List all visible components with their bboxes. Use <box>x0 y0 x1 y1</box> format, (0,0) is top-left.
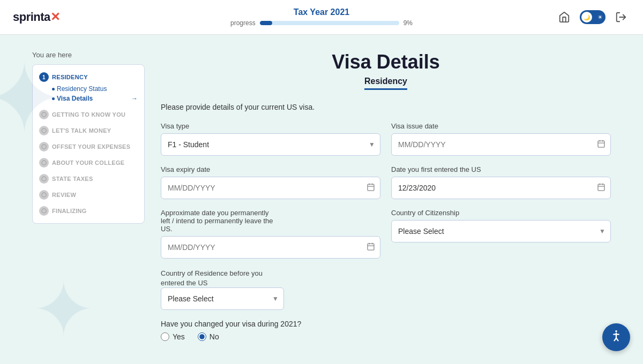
sidebar-review-title[interactable]: REVIEW <box>39 190 138 200</box>
sidebar-section-getting: GETTING TO KNOW YOU <box>39 110 138 119</box>
visa-expiry-group: Visa expiry date <box>161 165 380 199</box>
visa-issue-date-group: Visa issue date <box>391 122 611 156</box>
progress-bar-bg <box>260 21 399 25</box>
svg-point-5 <box>42 177 46 181</box>
svg-point-7 <box>42 209 46 213</box>
sidebar-num-6 <box>39 174 49 184</box>
you-are-here-label: You are here <box>32 51 145 59</box>
sidebar-section-college: ABOUT YOUR COLLEGE <box>39 158 138 168</box>
sidebar-finalizing-title[interactable]: FINALIZING <box>39 206 138 216</box>
sidebar-section-state: STATE TAXES <box>39 174 138 184</box>
perm-leave-wrapper <box>161 236 380 259</box>
citizenship-group: Country of Citizenship Please Select ▼ <box>391 209 611 259</box>
changed-visa-no-label[interactable]: No <box>198 332 219 341</box>
sidebar-getting-title[interactable]: GETTING TO KNOW YOU <box>39 110 138 119</box>
form-intro: Please provide details of your current U… <box>161 103 611 111</box>
sidebar-money-title[interactable]: LET'S TALK MONEY <box>39 126 138 135</box>
arrow-icon: → <box>131 95 138 102</box>
svg-line-28 <box>616 338 618 341</box>
sidebar-sub-residency-status[interactable]: Residency Status <box>52 84 138 94</box>
progress-row: progress 9% <box>230 19 413 27</box>
sidebar-residency-title[interactable]: 1 RESIDENCY <box>39 72 138 82</box>
toggle-knob: 🌙 <box>581 12 592 22</box>
sidebar-offset-title[interactable]: OFFSET YOUR EXPENSES <box>39 142 138 151</box>
header: sprinta✕ Tax Year 2021 progress 9% 🌙 ☀ <box>0 0 643 35</box>
svg-point-2 <box>42 128 46 133</box>
residence-label: Country of Residence before you entered … <box>161 269 263 287</box>
perm-leave-group: Approximate date you permanently left / … <box>161 209 380 259</box>
sidebar-num-5 <box>39 158 49 168</box>
form-row-3: Approximate date you permanently left / … <box>161 209 611 259</box>
changed-visa-yes-label[interactable]: Yes <box>161 332 185 341</box>
visa-expiry-input[interactable] <box>161 177 380 199</box>
header-icons: 🌙 ☀ <box>555 8 630 26</box>
residence-group: Country of Residence before you entered … <box>161 268 611 310</box>
sidebar-num-4 <box>39 142 49 151</box>
progress-percent: 9% <box>403 19 413 27</box>
form-row-1: Visa type F1 - Student J1 - Exchange Vis… <box>161 122 611 156</box>
residence-select-wrapper: Please Select ▼ <box>161 287 284 310</box>
changed-visa-section: Have you changed your visa during 2021? … <box>161 320 611 341</box>
changed-visa-yes-radio[interactable] <box>161 332 169 341</box>
visa-issue-date-label: Visa issue date <box>391 122 611 130</box>
changed-visa-radio-group: Yes No <box>161 332 611 341</box>
accessibility-icon <box>609 328 624 346</box>
sidebar-state-title[interactable]: STATE TAXES <box>39 174 138 184</box>
citizenship-label: Country of Citizenship <box>391 209 611 217</box>
citizenship-select-wrapper: Please Select ▼ <box>391 220 611 242</box>
dot-icon <box>52 88 55 90</box>
sidebar-residency-label: RESIDENCY <box>52 74 88 80</box>
sidebar-section-money: LET'S TALK MONEY <box>39 126 138 135</box>
changed-visa-question: Have you changed your visa during 2021? <box>161 320 611 328</box>
sidebar-section-offset: OFFSET YOUR EXPENSES <box>39 142 138 151</box>
changed-visa-no-radio[interactable] <box>198 332 206 341</box>
help-button[interactable] <box>602 323 630 351</box>
svg-point-6 <box>42 193 46 197</box>
sidebar-num-7 <box>39 190 49 200</box>
sidebar-num-3 <box>39 126 49 135</box>
residence-select[interactable]: Please Select <box>161 287 284 310</box>
citizenship-select[interactable]: Please Select <box>391 220 611 242</box>
progress-label: progress <box>230 19 256 27</box>
visa-issue-date-wrapper <box>391 133 611 156</box>
form-area: Please provide details of your current U… <box>161 103 611 341</box>
first-entered-us-label: Date you first entered the US <box>391 165 611 173</box>
sidebar-sub-residency: Residency Status Visa Details → <box>52 84 138 103</box>
main-layout: You are here 1 RESIDENCY Residency Statu… <box>0 35 643 357</box>
sidebar-section-residency: 1 RESIDENCY Residency Status Visa Detail… <box>39 72 138 103</box>
perm-leave-input[interactable] <box>161 236 380 259</box>
sidebar-box: 1 RESIDENCY Residency Status Visa Detail… <box>32 64 145 224</box>
visa-type-select-wrapper: F1 - Student J1 - Exchange Visitor H1B O… <box>161 133 380 156</box>
tax-year-title: Tax Year 2021 <box>230 7 413 17</box>
page-title-area: Visa Details Residency <box>161 51 611 90</box>
sidebar-num-1: 1 <box>39 72 49 82</box>
sidebar-num-8 <box>39 206 49 216</box>
visa-type-group: Visa type F1 - Student J1 - Exchange Vis… <box>161 122 380 156</box>
svg-point-3 <box>42 145 46 149</box>
visa-issue-date-input[interactable] <box>391 133 611 156</box>
form-row-2: Visa expiry date Date you first entered … <box>161 165 611 199</box>
sidebar-section-review: REVIEW <box>39 190 138 200</box>
sidebar-college-title[interactable]: ABOUT YOUR COLLEGE <box>39 158 138 168</box>
home-button[interactable] <box>555 8 573 26</box>
logo-x: ✕ <box>50 10 60 24</box>
visa-type-label: Visa type <box>161 122 380 130</box>
logo: sprinta✕ <box>13 10 59 24</box>
first-entered-us-input[interactable] <box>391 177 611 199</box>
svg-point-1 <box>42 112 46 117</box>
visa-type-select[interactable]: F1 - Student J1 - Exchange Visitor H1B O… <box>161 133 380 156</box>
header-center: Tax Year 2021 progress 9% <box>230 7 413 27</box>
page-title: Visa Details <box>161 51 611 73</box>
progress-bar-fill <box>260 21 272 25</box>
svg-point-4 <box>42 161 46 165</box>
sidebar-sub-visa-details[interactable]: Visa Details → <box>52 94 138 103</box>
visa-expiry-label: Visa expiry date <box>161 165 380 173</box>
page-subtitle: Residency <box>364 77 407 90</box>
sidebar-num-2 <box>39 110 49 119</box>
sidebar-section-finalizing: FINALIZING <box>39 206 138 216</box>
logout-button[interactable] <box>612 8 630 26</box>
sidebar: You are here 1 RESIDENCY Residency Statu… <box>32 51 145 341</box>
sun-icon: ☀ <box>597 14 603 21</box>
theme-toggle[interactable]: 🌙 ☀ <box>580 10 605 24</box>
first-entered-us-wrapper <box>391 177 611 199</box>
